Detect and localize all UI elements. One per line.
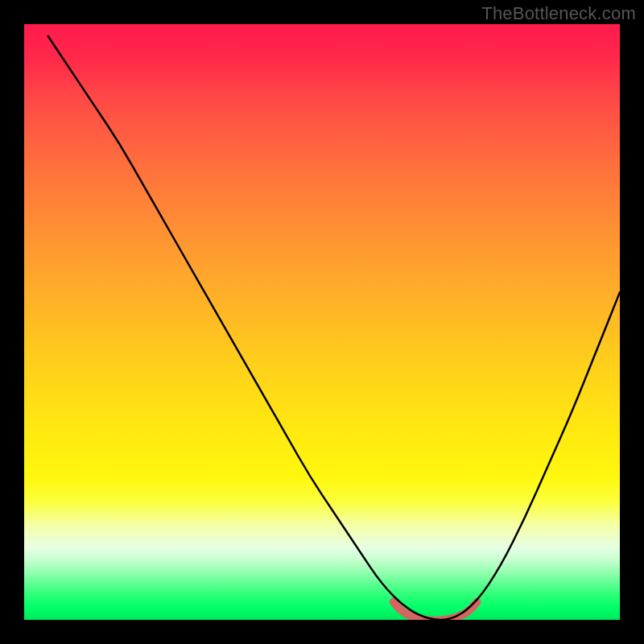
bottleneck-curve [48,36,620,620]
bottleneck-curve-svg [24,24,620,620]
plot-area [24,24,620,620]
chart-frame: TheBottleneck.com [0,0,644,644]
watermark-label: TheBottleneck.com [481,3,636,24]
